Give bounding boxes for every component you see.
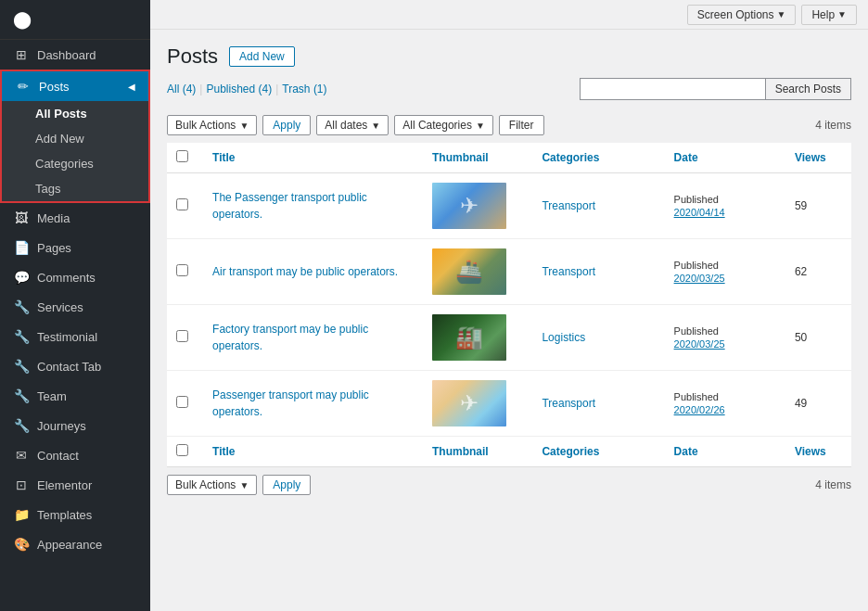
sidebar-item-posts[interactable]: ✏ Posts ◀ (2, 71, 148, 101)
post-category-link-3[interactable]: Logistics (542, 331, 585, 344)
post-category-link-1[interactable]: Treansport (542, 199, 595, 212)
post-thumbnail-1: ✈ (432, 183, 506, 229)
post-category-link-4[interactable]: Treansport (542, 397, 595, 410)
thumb-icon-3: 🏭 (455, 325, 483, 350)
row-checkbox-1[interactable] (176, 198, 188, 210)
search-input[interactable] (580, 78, 765, 100)
row-check-cell (167, 173, 203, 239)
row-thumb-cell: 🏭 (423, 305, 532, 371)
bulk-actions-dropdown-bottom[interactable]: Bulk Actions ▼ (167, 475, 257, 495)
row-views-cell: 49 (785, 371, 851, 437)
topbar: Screen Options ▼ Help ▼ (150, 0, 868, 30)
sidebar-label-comments: Comments (37, 271, 96, 285)
date-value-4[interactable]: 2020/02/26 (674, 404, 725, 415)
table-header-row: Title Thumbnail Categories Date Views (167, 143, 851, 173)
sidebar-item-team[interactable]: 🔧 Team (0, 381, 150, 411)
col-header-views: Views (785, 143, 851, 173)
sidebar-label-testimonial: Testimonial (37, 330, 97, 344)
top-toolbar: Bulk Actions ▼ Apply All dates ▼ All Cat… (167, 115, 851, 135)
row-checkbox-3[interactable] (176, 330, 188, 342)
post-title-link-3[interactable]: Factory transport may be public operator… (212, 323, 368, 352)
row-thumb-cell: ✈ (423, 371, 532, 437)
thumb-icon-4: ✈ (460, 390, 479, 416)
footer-col-title[interactable]: Title (203, 437, 423, 467)
sidebar-label-pages: Pages (37, 241, 71, 255)
sidebar: ⬤ ⊞ Dashboard ✏ Posts ◀ All Posts Add Ne… (0, 0, 150, 611)
post-thumbnail-4: ✈ (432, 380, 506, 426)
apply-button-bottom[interactable]: Apply (262, 475, 311, 495)
screen-options-button[interactable]: Screen Options ▼ (687, 5, 797, 25)
col-header-categories[interactable]: Categories (532, 143, 664, 173)
footer-col-date[interactable]: Date (665, 437, 785, 467)
sidebar-item-elementor[interactable]: ⊡ Elementor (0, 470, 150, 500)
footer-col-categories[interactable]: Categories (532, 437, 664, 467)
sidebar-item-media[interactable]: 🖼 Media (0, 203, 150, 233)
help-button[interactable]: Help ▼ (801, 5, 857, 25)
page-header: Posts Add New (167, 45, 851, 69)
table-row: The Passenger transport public operators… (167, 173, 851, 239)
select-all-footer-checkbox[interactable] (176, 444, 188, 456)
sidebar-item-journeys[interactable]: 🔧 Journeys (0, 411, 150, 440)
sidebar-label-elementor: Elementor (37, 478, 92, 492)
thumb-icon-2: 🚢 (455, 259, 483, 285)
footer-col-check (167, 437, 203, 467)
col-header-title[interactable]: Title (203, 143, 423, 173)
row-checkbox-4[interactable] (176, 396, 188, 408)
all-categories-chevron-icon: ▼ (476, 121, 485, 131)
sidebar-item-templates[interactable]: 📁 Templates (0, 500, 150, 529)
row-check-cell (167, 305, 203, 371)
posts-submenu: All Posts Add New Categories Tags (2, 101, 148, 201)
row-checkbox-2[interactable] (176, 264, 188, 276)
date-value-3[interactable]: 2020/03/25 (674, 338, 725, 350)
row-views-cell: 50 (785, 305, 851, 371)
sidebar-item-contact-tab[interactable]: 🔧 Contact Tab (0, 351, 150, 381)
sidebar-item-contact[interactable]: ✉ Contact (0, 440, 150, 470)
row-date-cell: Published 2020/03/25 (665, 305, 785, 371)
sidebar-item-services[interactable]: 🔧 Services (0, 292, 150, 322)
filter-tab-all[interactable]: All (4) (167, 83, 196, 95)
submenu-tags[interactable]: Tags (2, 176, 148, 201)
all-categories-dropdown[interactable]: All Categories ▼ (394, 115, 493, 135)
filter-search-row: All (4) | Published (4) | Trash (1) Sear… (167, 78, 851, 109)
date-value-1[interactable]: 2020/04/14 (674, 207, 725, 218)
templates-icon: 📁 (13, 507, 30, 522)
sidebar-label-contact-tab: Contact Tab (37, 360, 101, 374)
filter-tab-published[interactable]: Published (4) (206, 83, 272, 95)
bottom-toolbar: Bulk Actions ▼ Apply 4 items (167, 475, 851, 495)
col-header-date[interactable]: Date (665, 143, 785, 173)
posts-table: Title Thumbnail Categories Date Views Th… (167, 143, 851, 467)
post-title-link-2[interactable]: Air transport may be public operators. (212, 265, 398, 278)
bulk-actions-dropdown[interactable]: Bulk Actions ▼ (167, 115, 257, 135)
apply-button-top[interactable]: Apply (262, 115, 311, 135)
sidebar-item-comments[interactable]: 💬 Comments (0, 262, 150, 292)
add-new-button[interactable]: Add New (229, 46, 295, 67)
date-status-4: Published (674, 391, 719, 402)
bulk-actions-bottom-chevron-icon: ▼ (239, 480, 249, 490)
main-content: Screen Options ▼ Help ▼ Posts Add New Al… (150, 0, 868, 611)
content-area: Posts Add New All (4) | Published (4) | … (150, 30, 868, 611)
submenu-all-posts[interactable]: All Posts (2, 101, 148, 126)
table-row: Passenger transport may public operators… (167, 371, 851, 437)
filter-button[interactable]: Filter (499, 115, 544, 135)
sidebar-item-dashboard[interactable]: ⊞ Dashboard (0, 40, 150, 70)
submenu-categories[interactable]: Categories (2, 151, 148, 176)
footer-col-views: Views (785, 437, 851, 467)
search-posts-button[interactable]: Search Posts (765, 78, 851, 100)
table-row: Factory transport may be public operator… (167, 305, 851, 371)
sidebar-item-appearance[interactable]: 🎨 Appearance (0, 529, 150, 559)
row-thumb-cell: ✈ (423, 173, 532, 239)
sidebar-item-pages[interactable]: 📄 Pages (0, 233, 150, 262)
row-check-cell (167, 371, 203, 437)
submenu-add-new[interactable]: Add New (2, 126, 148, 151)
post-category-link-2[interactable]: Treansport (542, 265, 595, 278)
post-thumbnail-3: 🏭 (432, 314, 506, 361)
sidebar-label-templates: Templates (37, 508, 92, 522)
filter-tab-trash[interactable]: Trash (1) (282, 83, 326, 95)
sidebar-item-testimonial[interactable]: 🔧 Testimonial (0, 322, 150, 351)
select-all-checkbox[interactable] (176, 150, 188, 162)
all-dates-dropdown[interactable]: All dates ▼ (316, 115, 389, 135)
post-title-link-4[interactable]: Passenger transport may public operators… (212, 388, 369, 418)
date-value-2[interactable]: 2020/03/25 (674, 273, 725, 284)
row-thumb-cell: 🚢 (423, 239, 532, 305)
post-title-link-1[interactable]: The Passenger transport public operators… (212, 191, 367, 221)
